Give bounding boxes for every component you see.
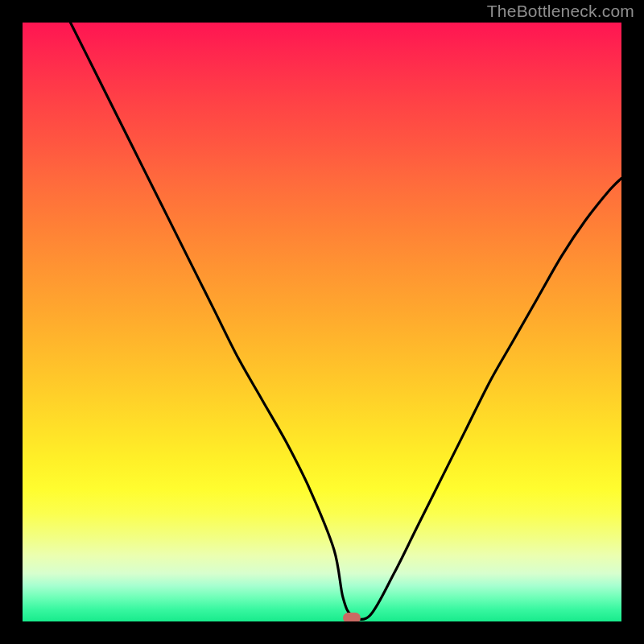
chart-frame: TheBottleneck.com [0, 0, 644, 644]
curve-svg [23, 23, 621, 621]
bottleneck-curve-path [71, 23, 622, 619]
watermark-text: TheBottleneck.com [487, 2, 634, 21]
bottleneck-marker [343, 613, 361, 621]
plot-area [23, 23, 621, 621]
